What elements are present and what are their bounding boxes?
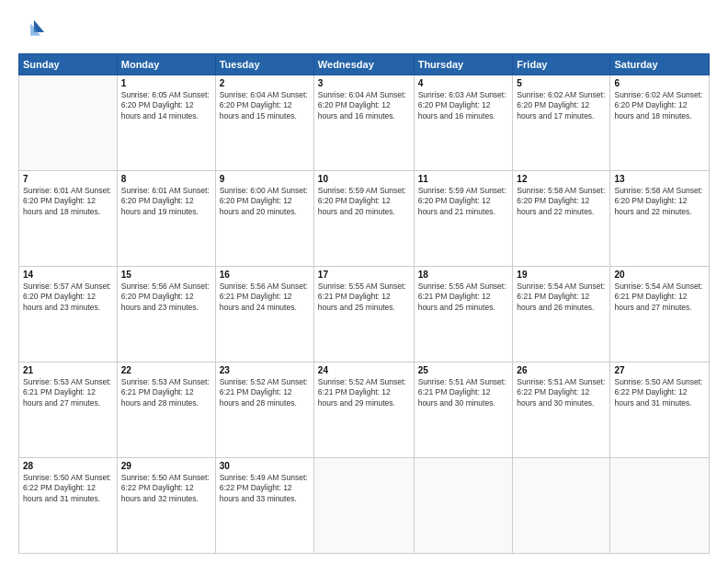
day-info: Sunrise: 5:55 AM Sunset: 6:21 PM Dayligh…: [318, 282, 410, 313]
day-info: Sunrise: 5:49 AM Sunset: 6:22 PM Dayligh…: [220, 473, 310, 504]
day-number: 14: [23, 270, 113, 280]
calendar-cell: 27Sunrise: 5:50 AM Sunset: 6:22 PM Dayli…: [610, 362, 710, 458]
calendar-cell: 21Sunrise: 5:53 AM Sunset: 6:21 PM Dayli…: [19, 362, 118, 458]
calendar-cell: 3Sunrise: 6:04 AM Sunset: 6:20 PM Daylig…: [313, 75, 414, 171]
week-row-3: 14Sunrise: 5:57 AM Sunset: 6:20 PM Dayli…: [19, 267, 710, 362]
day-info: Sunrise: 6:02 AM Sunset: 6:20 PM Dayligh…: [614, 90, 705, 121]
calendar-cell: 9Sunrise: 6:00 AM Sunset: 6:20 PM Daylig…: [215, 171, 313, 267]
weekday-header-monday: Monday: [117, 54, 215, 75]
day-info: Sunrise: 6:01 AM Sunset: 6:20 PM Dayligh…: [23, 186, 113, 217]
calendar-cell: 18Sunrise: 5:55 AM Sunset: 6:21 PM Dayli…: [414, 267, 513, 362]
day-number: 16: [220, 270, 310, 280]
weekday-header-friday: Friday: [513, 54, 610, 75]
day-number: 17: [318, 270, 410, 280]
day-info: Sunrise: 6:04 AM Sunset: 6:20 PM Dayligh…: [318, 90, 410, 121]
week-row-2: 7Sunrise: 6:01 AM Sunset: 6:20 PM Daylig…: [19, 171, 710, 267]
day-info: Sunrise: 6:00 AM Sunset: 6:20 PM Dayligh…: [220, 186, 310, 217]
weekday-header-saturday: Saturday: [610, 54, 710, 75]
calendar-cell: 4Sunrise: 6:03 AM Sunset: 6:20 PM Daylig…: [414, 75, 513, 171]
calendar-cell: 29Sunrise: 5:50 AM Sunset: 6:22 PM Dayli…: [117, 458, 215, 554]
calendar-cell: 8Sunrise: 6:01 AM Sunset: 6:20 PM Daylig…: [117, 171, 215, 267]
calendar-cell: 13Sunrise: 5:58 AM Sunset: 6:20 PM Dayli…: [610, 171, 710, 267]
weekday-header-row: SundayMondayTuesdayWednesdayThursdayFrid…: [19, 54, 710, 75]
day-info: Sunrise: 5:58 AM Sunset: 6:20 PM Dayligh…: [614, 186, 705, 217]
calendar-cell: 11Sunrise: 5:59 AM Sunset: 6:20 PM Dayli…: [414, 171, 513, 267]
day-number: 20: [614, 270, 705, 280]
day-number: 24: [318, 365, 410, 375]
weekday-header-tuesday: Tuesday: [215, 54, 313, 75]
calendar-cell: [313, 458, 414, 554]
calendar-cell: 26Sunrise: 5:51 AM Sunset: 6:22 PM Dayli…: [513, 362, 610, 458]
week-row-1: 1Sunrise: 6:05 AM Sunset: 6:20 PM Daylig…: [19, 75, 710, 171]
day-info: Sunrise: 6:02 AM Sunset: 6:20 PM Dayligh…: [517, 90, 606, 121]
day-info: Sunrise: 5:55 AM Sunset: 6:21 PM Dayligh…: [418, 282, 509, 313]
day-info: Sunrise: 5:52 AM Sunset: 6:21 PM Dayligh…: [220, 377, 310, 408]
day-number: 25: [418, 365, 509, 375]
calendar-cell: 1Sunrise: 6:05 AM Sunset: 6:20 PM Daylig…: [117, 75, 215, 171]
weekday-header-thursday: Thursday: [414, 54, 513, 75]
calendar-cell: 16Sunrise: 5:56 AM Sunset: 6:21 PM Dayli…: [215, 267, 313, 362]
day-number: 2: [220, 78, 310, 88]
calendar-cell: 23Sunrise: 5:52 AM Sunset: 6:21 PM Dayli…: [215, 362, 313, 458]
calendar-cell: 12Sunrise: 5:58 AM Sunset: 6:20 PM Dayli…: [513, 171, 610, 267]
calendar-cell: 20Sunrise: 5:54 AM Sunset: 6:21 PM Dayli…: [610, 267, 710, 362]
day-info: Sunrise: 6:04 AM Sunset: 6:20 PM Dayligh…: [220, 90, 310, 121]
calendar-cell: 15Sunrise: 5:56 AM Sunset: 6:20 PM Dayli…: [117, 267, 215, 362]
calendar-cell: [19, 75, 118, 171]
day-info: Sunrise: 6:03 AM Sunset: 6:20 PM Dayligh…: [418, 90, 509, 121]
week-row-5: 28Sunrise: 5:50 AM Sunset: 6:22 PM Dayli…: [19, 458, 710, 554]
calendar-table: SundayMondayTuesdayWednesdayThursdayFrid…: [18, 53, 710, 554]
day-info: Sunrise: 5:53 AM Sunset: 6:21 PM Dayligh…: [23, 377, 113, 408]
calendar-cell: 28Sunrise: 5:50 AM Sunset: 6:22 PM Dayli…: [19, 458, 118, 554]
day-number: 8: [121, 174, 211, 184]
day-number: 4: [418, 78, 509, 88]
calendar-cell: 2Sunrise: 6:04 AM Sunset: 6:20 PM Daylig…: [215, 75, 313, 171]
day-number: 26: [517, 365, 606, 375]
day-info: Sunrise: 6:01 AM Sunset: 6:20 PM Dayligh…: [121, 186, 211, 217]
calendar-cell: [414, 458, 513, 554]
day-number: 22: [121, 365, 211, 375]
calendar: SundayMondayTuesdayWednesdayThursdayFrid…: [18, 53, 710, 554]
day-info: Sunrise: 5:57 AM Sunset: 6:20 PM Dayligh…: [23, 282, 113, 313]
calendar-cell: 5Sunrise: 6:02 AM Sunset: 6:20 PM Daylig…: [513, 75, 610, 171]
day-number: 6: [614, 78, 705, 88]
day-info: Sunrise: 5:50 AM Sunset: 6:22 PM Dayligh…: [23, 473, 113, 504]
day-info: Sunrise: 5:51 AM Sunset: 6:22 PM Dayligh…: [517, 377, 606, 408]
day-number: 7: [23, 174, 113, 184]
day-info: Sunrise: 5:59 AM Sunset: 6:20 PM Dayligh…: [418, 186, 509, 217]
day-number: 10: [318, 174, 410, 184]
day-number: 27: [614, 365, 705, 375]
day-info: Sunrise: 5:53 AM Sunset: 6:21 PM Dayligh…: [121, 377, 211, 408]
day-number: 15: [121, 270, 211, 280]
logo: [18, 17, 50, 44]
day-info: Sunrise: 5:52 AM Sunset: 6:21 PM Dayligh…: [318, 377, 410, 408]
day-number: 11: [418, 174, 509, 184]
calendar-cell: 7Sunrise: 6:01 AM Sunset: 6:20 PM Daylig…: [19, 171, 118, 267]
calendar-cell: 6Sunrise: 6:02 AM Sunset: 6:20 PM Daylig…: [610, 75, 710, 171]
calendar-cell: 25Sunrise: 5:51 AM Sunset: 6:21 PM Dayli…: [414, 362, 513, 458]
day-number: 18: [418, 270, 509, 280]
week-row-4: 21Sunrise: 5:53 AM Sunset: 6:21 PM Dayli…: [19, 362, 710, 458]
day-info: Sunrise: 5:50 AM Sunset: 6:22 PM Dayligh…: [121, 473, 211, 504]
day-number: 21: [23, 365, 113, 375]
day-number: 19: [517, 270, 606, 280]
day-number: 3: [318, 78, 410, 88]
header: [18, 17, 710, 44]
day-number: 13: [614, 174, 705, 184]
day-number: 9: [220, 174, 310, 184]
calendar-cell: 10Sunrise: 5:59 AM Sunset: 6:20 PM Dayli…: [313, 171, 414, 267]
calendar-cell: [610, 458, 710, 554]
day-info: Sunrise: 5:59 AM Sunset: 6:20 PM Dayligh…: [318, 186, 410, 217]
day-number: 29: [121, 461, 211, 471]
day-number: 28: [23, 461, 113, 471]
logo-icon: [18, 17, 46, 44]
calendar-cell: 30Sunrise: 5:49 AM Sunset: 6:22 PM Dayli…: [215, 458, 313, 554]
day-info: Sunrise: 5:56 AM Sunset: 6:21 PM Dayligh…: [220, 282, 310, 313]
weekday-header-sunday: Sunday: [19, 54, 118, 75]
day-number: 23: [220, 365, 310, 375]
day-info: Sunrise: 5:51 AM Sunset: 6:21 PM Dayligh…: [418, 377, 509, 408]
calendar-cell: 19Sunrise: 5:54 AM Sunset: 6:21 PM Dayli…: [513, 267, 610, 362]
day-number: 12: [517, 174, 606, 184]
day-info: Sunrise: 5:54 AM Sunset: 6:21 PM Dayligh…: [614, 282, 705, 313]
calendar-cell: 24Sunrise: 5:52 AM Sunset: 6:21 PM Dayli…: [313, 362, 414, 458]
